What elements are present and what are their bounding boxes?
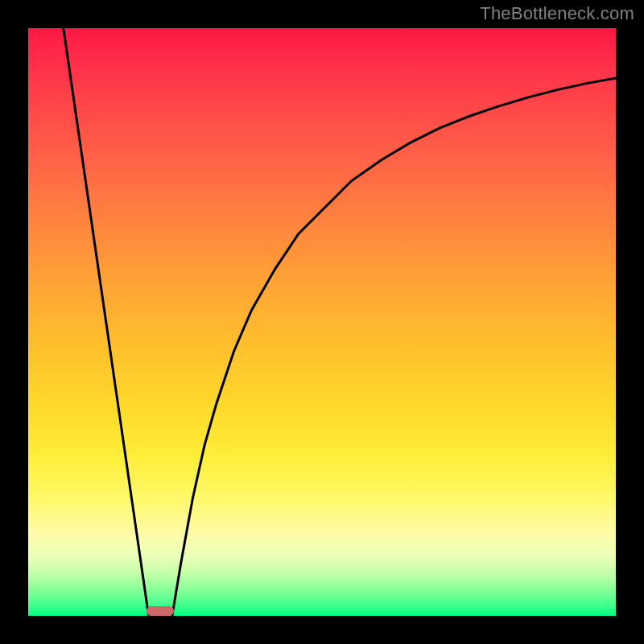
curve-layer [28,28,616,616]
chart-frame: TheBottleneck.com [0,0,644,644]
watermark-text: TheBottleneck.com [480,3,634,24]
bottleneck-marker [147,606,174,616]
left-descent-line [64,28,149,616]
plot-area [28,28,616,616]
right-curve-line [172,78,616,616]
